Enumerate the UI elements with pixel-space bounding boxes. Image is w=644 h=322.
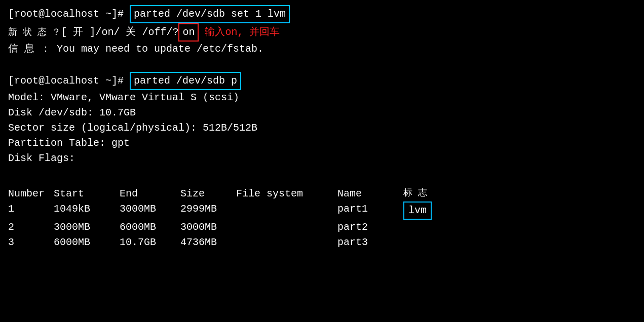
partition-table-line: Partition Table: gpt	[8, 136, 636, 151]
row1-start: 1049kB	[54, 202, 120, 220]
partition-table-text: Partition Table: gpt	[8, 136, 130, 151]
sector-text: Sector size (logical/physical): 512B/512…	[8, 120, 257, 136]
bracket-open: [ 开 ]	[61, 25, 95, 40]
status-line: 新 状 态 ？[ 开 ]/on/ 关 /off/?on输入on, 并回车	[8, 23, 636, 42]
row3-size: 4736MB	[180, 235, 236, 250]
table-header: Number Start End Size File system Name 标…	[8, 186, 636, 202]
command-line-1: [root@localhost ~]# parted /dev/sdb set …	[8, 5, 636, 23]
on-slash: /on/	[95, 25, 120, 40]
col-header-end: End	[120, 186, 180, 202]
prompt-2: [root@localhost ~]#	[8, 73, 130, 89]
row2-fs	[236, 220, 337, 235]
row2-size: 3000MB	[180, 220, 236, 235]
blank-line-2	[8, 166, 636, 181]
row3-end: 10.7GB	[120, 235, 180, 250]
disk-line: Disk /dev/sdb: 10.7GB	[8, 105, 636, 120]
row3-fs	[236, 235, 337, 250]
col-header-start: Start	[54, 186, 120, 202]
row3-start: 6000MB	[54, 235, 120, 250]
info-message: You may need to update /etc/fstab.	[51, 42, 263, 57]
info-prefix: 信 息 ：	[8, 42, 51, 57]
row1-fs	[236, 202, 337, 220]
row2-name: part2	[337, 220, 403, 235]
row3-number: 3	[8, 235, 54, 250]
row2-end: 6000MB	[120, 220, 180, 235]
row1-size: 2999MB	[180, 202, 236, 220]
col-header-number: Number	[8, 186, 54, 202]
blank-line-1	[8, 57, 636, 72]
row1-name: part1	[337, 202, 403, 220]
row1-flags-box: lvm	[403, 202, 432, 220]
disk-flags-text: Disk Flags:	[8, 151, 75, 166]
on-value-box: on	[178, 23, 199, 42]
new-status-label: 新 状 态 ？	[8, 26, 61, 39]
terminal: [root@localhost ~]# parted /dev/sdb set …	[8, 5, 636, 317]
table-row: 3 6000MB 10.7GB 4736MB part3	[8, 235, 636, 250]
prompt-1: [root@localhost ~]#	[8, 7, 130, 22]
col-header-fs: File system	[236, 186, 337, 202]
row1-end: 3000MB	[120, 202, 180, 220]
row2-number: 2	[8, 220, 54, 235]
command-1-box: parted /dev/sdb set 1 lvm	[130, 5, 290, 23]
model-line: Model: VMware, VMware Virtual S (scsi)	[8, 90, 636, 105]
disk-text: Disk /dev/sdb: 10.7GB	[8, 105, 136, 120]
annotation-enter: 输入on, 并回车	[205, 25, 280, 40]
col-header-size: Size	[180, 186, 236, 202]
col-header-flags: 标 志	[403, 186, 427, 202]
row3-name: part3	[337, 235, 403, 250]
disk-flags-line: Disk Flags:	[8, 151, 636, 166]
info-line: 信 息 ： You may need to update /etc/fstab.	[8, 42, 636, 57]
row2-start: 3000MB	[54, 220, 120, 235]
command-line-2: [root@localhost ~]# parted /dev/sdb p	[8, 72, 636, 90]
col-header-name: Name	[337, 186, 403, 202]
command-2-box: parted /dev/sdb p	[130, 72, 241, 90]
table-row: 1 1049kB 3000MB 2999MB part1 lvm	[8, 202, 636, 220]
off-label: 关 /off/?	[120, 25, 178, 40]
table-row: 2 3000MB 6000MB 3000MB part2	[8, 220, 636, 235]
sector-line: Sector size (logical/physical): 512B/512…	[8, 120, 636, 136]
lvm-flag-box: lvm	[403, 202, 432, 220]
model-text: Model: VMware, VMware Virtual S (scsi)	[8, 90, 239, 105]
row1-number: 1	[8, 202, 54, 220]
